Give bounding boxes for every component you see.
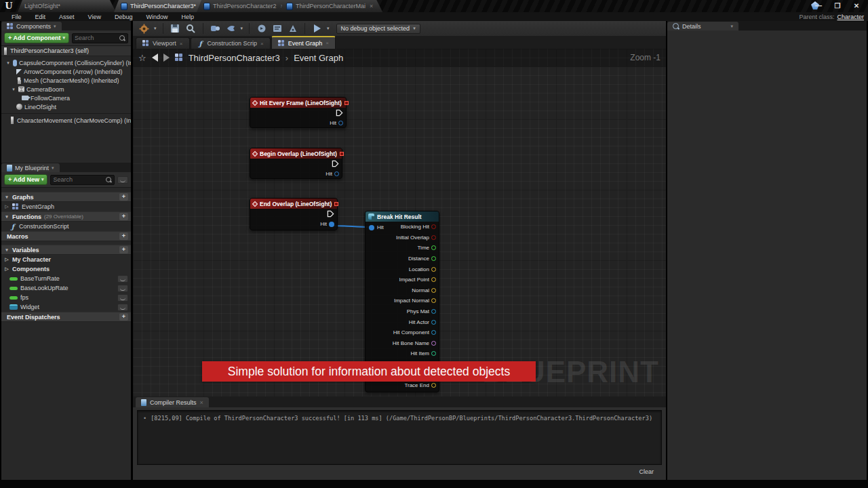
menu-edit[interactable]: Edit [29,14,52,20]
tab-close-icon[interactable]: × [260,41,264,47]
hit-output-pin[interactable] [338,121,343,125]
variable-baselookuprate[interactable]: BaseLookUpRate [1,283,131,293]
menu-window[interactable]: Window [140,14,174,20]
add-function-button[interactable]: + [119,213,128,220]
section-functions[interactable]: ▾ Functions (29 Overridable) + [1,211,131,222]
expander-icon[interactable]: ▷ [4,266,9,272]
expander-icon[interactable]: ▷ [4,204,9,209]
asset-tab-thirdpersoncharactermai[interactable]: ThirdPersonCharacterMai × [279,0,382,12]
component-self-row[interactable]: ThirdPersonCharacter3 (self) [1,46,131,56]
menu-debug[interactable]: Debug [108,14,139,20]
event-graph-canvas[interactable]: ☆ ThirdPersonCharacter3 › Event Graph Zo… [133,49,666,396]
debug-object-dropdown[interactable]: No debug object selected ▾ [336,24,420,34]
asset-tab-thirdpersoncharacter2[interactable]: ThirdPersonCharacter2 × [197,0,294,12]
parent-class-link[interactable]: Character [837,14,864,20]
breadcrumb-current[interactable]: Event Graph [294,53,343,63]
node-begin-overlap[interactable]: Begin Overlap (LineOfSight) Hit [250,148,342,179]
play-options-caret[interactable]: ▾ [327,26,330,31]
variable-fps[interactable]: fps [1,293,131,302]
variable-visibility-toggle[interactable] [117,304,128,311]
category-my-character[interactable]: ▷ My Character [1,255,131,264]
tab-viewport[interactable]: Viewport × [136,37,190,49]
hit-actor-pin[interactable] [431,320,436,325]
constructionscript-item[interactable]: ƒ ConstructionScript [1,222,131,231]
breadcrumb-root[interactable]: ThirdPersonCharacter3 [189,53,280,63]
class-options-caret[interactable]: ▾ [241,26,243,31]
exec-pin[interactable] [332,160,339,167]
variable-visibility-toggle[interactable] [117,294,128,302]
component-arrow[interactable]: ArrowComponent (Arrow) (Inherited) [1,67,131,76]
visibility-filter-icon[interactable] [117,176,128,184]
exec-pin[interactable] [327,210,334,218]
menu-help[interactable]: Help [175,14,200,20]
hit-output-pin-connected[interactable] [329,222,334,227]
component-charactermovement[interactable]: CharacterMovement (CharMoveComp) (Inher [1,116,131,125]
hit-bone-name-pin[interactable] [431,341,436,346]
eventgraph-item[interactable]: ▷ EventGraph [1,202,131,211]
class-settings-icon[interactable] [210,23,221,35]
tab-compiler-results[interactable]: Compiler Results × [136,397,209,407]
hit-input-pin-connected[interactable] [369,225,374,230]
hide-unrelated-icon[interactable] [271,23,283,35]
add-variable-button[interactable]: + [119,246,128,253]
blocking-hit-pin[interactable] [431,224,436,229]
node-hit-every-frame[interactable]: Hit Every Frame (LineOfSight) Hit [250,97,347,128]
my-blueprint-search[interactable] [50,175,115,185]
time-pin[interactable] [431,245,436,250]
add-new-button[interactable]: + Add New ▾ [4,174,47,185]
forward-arrow-icon[interactable] [163,54,170,62]
tab-components[interactable]: Components ▾ [1,22,62,30]
minimize-button[interactable]: — [811,1,826,11]
maximize-button[interactable]: ❐ [830,1,845,11]
section-event-dispatchers[interactable]: Event Dispatchers + [1,312,131,322]
exec-pin[interactable] [336,109,343,117]
hit-item-pin[interactable] [431,351,436,356]
section-graphs[interactable]: ▾ Graphs + [1,192,131,202]
menu-asset[interactable]: Asset [53,14,81,20]
favorite-star-icon[interactable]: ☆ [138,53,146,63]
impact-point-pin[interactable] [431,277,436,282]
variable-visibility-toggle[interactable] [117,285,128,292]
distance-pin[interactable] [431,256,436,261]
add-graph-button[interactable]: + [119,193,128,201]
impact-normal-pin[interactable] [431,298,436,303]
variable-baseturnrate[interactable]: BaseTurnRate [1,274,131,283]
project-tab[interactable]: LightOfSight* [18,0,116,12]
tab-construction-script[interactable]: ƒ Construction Scrip × [191,37,271,49]
components-search[interactable] [72,33,128,43]
tab-close-icon[interactable]: × [326,40,329,46]
play-icon[interactable] [311,23,323,35]
tab-event-graph[interactable]: Event Graph × [271,36,336,49]
find-icon[interactable] [185,23,197,35]
menu-view[interactable]: View [82,14,107,20]
component-capsule[interactable]: ▾ CapsuleComponent (CollisionCylinder) (… [1,58,131,67]
normal-pin[interactable] [431,288,436,293]
variable-widget[interactable]: Widget [1,302,131,312]
delegate-pin[interactable] [340,152,344,156]
menu-file[interactable]: File [5,14,28,20]
clear-button[interactable]: Clear [635,467,658,476]
compile-icon[interactable] [138,23,150,35]
expander-icon[interactable]: ▾ [5,60,11,66]
save-icon[interactable] [170,23,181,35]
hit-component-pin[interactable] [431,330,436,335]
component-followcamera[interactable]: FollowCamera [1,94,131,102]
component-cameraboom[interactable]: ▾ CameraBoom [1,85,131,94]
my-blueprint-search-input[interactable] [53,176,106,183]
tab-my-blueprint[interactable]: My Blueprint ▾ [1,163,60,172]
class-defaults-icon[interactable] [225,23,237,35]
simulate-icon[interactable] [287,23,298,35]
node-end-overlap[interactable]: End Overlap (LineOfSight) Hit [250,198,338,230]
add-dispatcher-button[interactable]: + [119,313,128,321]
add-component-button[interactable]: + Add Component ▾ [4,33,69,43]
tab-details[interactable]: Details ▾ [667,22,738,30]
components-search-input[interactable] [75,35,119,41]
compile-options-caret[interactable]: ▾ [154,26,157,31]
component-mesh[interactable]: Mesh (CharacterMesh0) (Inherited) [1,76,131,85]
tab-close-icon[interactable]: × [370,3,373,9]
expander-icon[interactable]: ▾ [11,87,16,92]
back-arrow-icon[interactable] [152,54,158,62]
close-button[interactable]: ✕ [849,1,864,11]
phys-mat-pin[interactable] [431,309,436,314]
compiler-log[interactable]: • [8215,09] Compile of ThirdPersonCharac… [137,410,662,465]
